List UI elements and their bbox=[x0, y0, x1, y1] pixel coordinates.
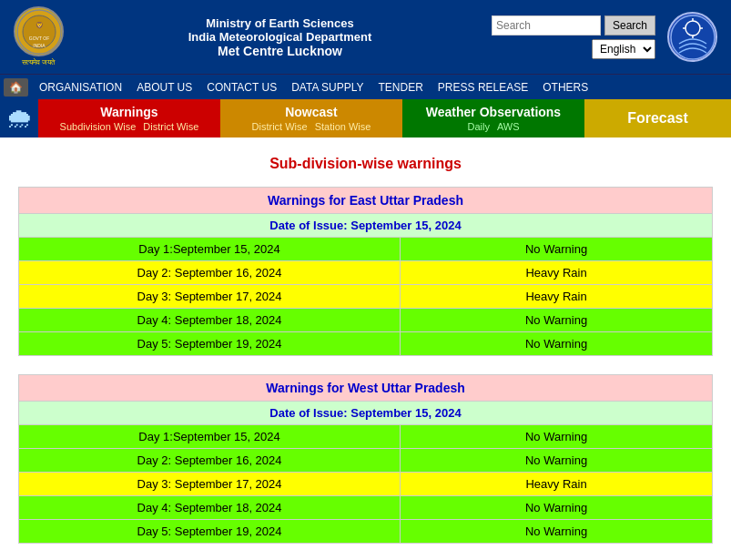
east-warning-5: No Warning bbox=[401, 332, 713, 356]
table-row: Day 4: September 18, 2024 No Warning bbox=[19, 496, 713, 520]
east-warning-1: No Warning bbox=[401, 238, 713, 261]
imd-logo-icon bbox=[667, 12, 717, 62]
east-warning-2: Heavy Rain bbox=[401, 261, 713, 285]
ministry-name: Ministry of Earth Sciences bbox=[68, 16, 492, 30]
table-row: Day 2: September 16, 2024 Heavy Rain bbox=[19, 261, 713, 285]
tab-forecast[interactable]: Forecast bbox=[584, 99, 731, 137]
satyamev-text: सत्यमेव जयते bbox=[22, 58, 56, 67]
west-day-5: Day 5: September 19, 2024 bbox=[19, 520, 401, 544]
centre-name: Met Centre Lucknow bbox=[68, 44, 492, 58]
east-up-date: Date of Issue: September 15, 2024 bbox=[19, 214, 713, 238]
main-content: Sub-division-wise warnings Warnings for … bbox=[0, 137, 731, 560]
table-row: Day 1:September 15, 2024 No Warning bbox=[19, 238, 713, 261]
west-day-2: Day 2: September 16, 2024 bbox=[19, 449, 401, 473]
tab-observations-aws[interactable]: AWS bbox=[497, 121, 520, 132]
tab-warnings-label: Warnings bbox=[100, 105, 157, 119]
nav-data-supply[interactable]: DATA SUPPLY bbox=[284, 77, 371, 97]
logo-right bbox=[663, 7, 722, 66]
nav-press-release[interactable]: PRESS RELEASE bbox=[431, 77, 535, 97]
table-row: Day 5: September 19, 2024 No Warning bbox=[19, 332, 713, 356]
east-warning-3: Heavy Rain bbox=[401, 285, 713, 309]
svg-text:🦁: 🦁 bbox=[35, 21, 43, 29]
tab-nowcast-label: Nowcast bbox=[285, 105, 338, 119]
west-warning-5: No Warning bbox=[401, 520, 713, 544]
west-warning-3: Heavy Rain bbox=[401, 473, 713, 496]
tabs-row: 🌧 Warnings Subdivision Wise District Wis… bbox=[0, 99, 731, 137]
west-warning-1: No Warning bbox=[401, 425, 713, 449]
west-up-date: Date of Issue: September 15, 2024 bbox=[19, 402, 713, 425]
search-button[interactable]: Search bbox=[604, 15, 655, 36]
search-area: Search bbox=[492, 15, 655, 36]
dept-name: India Meteorological Department bbox=[68, 30, 492, 44]
tab-observations-sub: Daily AWS bbox=[467, 121, 519, 132]
tab-warnings-district[interactable]: District Wise bbox=[143, 121, 198, 132]
tab-warnings-subdivision[interactable]: Subdivision Wise bbox=[60, 121, 137, 132]
east-warning-4: No Warning bbox=[401, 309, 713, 332]
table-row: Day 2: September 16, 2024 No Warning bbox=[19, 449, 713, 473]
east-up-header-row: Warnings for East Uttar Pradesh bbox=[19, 188, 713, 214]
logo-left: 🦁 GOVT OF INDIA सत्यमेव जयते bbox=[9, 7, 68, 66]
emblem-left-icon: 🦁 GOVT OF INDIA bbox=[14, 6, 64, 56]
table-row: Day 4: September 18, 2024 No Warning bbox=[19, 309, 713, 332]
west-warning-2: No Warning bbox=[401, 449, 713, 473]
tab-nowcast[interactable]: Nowcast District Wise Station Wise bbox=[220, 99, 402, 137]
table-row: Day 5: September 19, 2024 No Warning bbox=[19, 520, 713, 544]
east-day-4: Day 4: September 18, 2024 bbox=[19, 309, 401, 332]
header-titles: Ministry of Earth Sciences India Meteoro… bbox=[68, 16, 492, 58]
weather-icon-area: 🌧 bbox=[0, 99, 38, 137]
east-up-section: Warnings for East Uttar Pradesh Date of … bbox=[18, 187, 713, 356]
east-day-5: Day 5: September 19, 2024 bbox=[19, 332, 401, 356]
navbar: 🏠 ORGANISATION ABOUT US CONTACT US DATA … bbox=[0, 74, 731, 99]
svg-text:INDIA: INDIA bbox=[33, 43, 46, 48]
tab-observations[interactable]: Weather Observations Daily AWS bbox=[402, 99, 584, 137]
nav-tender[interactable]: TENDER bbox=[371, 77, 431, 97]
east-day-3: Day 3: September 17, 2024 bbox=[19, 285, 401, 309]
table-row: Day 3: September 17, 2024 Heavy Rain bbox=[19, 473, 713, 496]
tab-observations-label: Weather Observations bbox=[426, 105, 561, 119]
tab-nowcast-sub: District Wise Station Wise bbox=[252, 121, 371, 132]
search-input[interactable] bbox=[492, 15, 601, 36]
tab-nowcast-station[interactable]: Station Wise bbox=[315, 121, 371, 132]
west-up-title: Warnings for West Uttar Pradesh bbox=[19, 375, 713, 402]
page-title: Sub-division-wise warnings bbox=[18, 156, 713, 172]
east-up-title: Warnings for East Uttar Pradesh bbox=[19, 188, 713, 214]
home-button[interactable]: 🏠 bbox=[4, 78, 28, 97]
tab-nowcast-district[interactable]: District Wise bbox=[252, 121, 308, 132]
header: 🦁 GOVT OF INDIA सत्यमेव जयते Ministry of… bbox=[0, 0, 731, 74]
nav-organisation[interactable]: ORGANISATION bbox=[32, 77, 129, 97]
east-up-date-row: Date of Issue: September 15, 2024 bbox=[19, 214, 713, 238]
nav-contact[interactable]: CONTACT US bbox=[199, 77, 284, 97]
header-right: Search English Hindi bbox=[492, 15, 655, 59]
east-day-2: Day 2: September 16, 2024 bbox=[19, 261, 401, 285]
tab-warnings-sub: Subdivision Wise District Wise bbox=[60, 121, 199, 132]
west-up-date-row: Date of Issue: September 15, 2024 bbox=[19, 402, 713, 425]
west-day-4: Day 4: September 18, 2024 bbox=[19, 496, 401, 520]
east-day-1: Day 1:September 15, 2024 bbox=[19, 238, 401, 261]
language-area: English Hindi bbox=[592, 39, 655, 59]
tab-forecast-label: Forecast bbox=[627, 110, 688, 127]
east-up-table: Warnings for East Uttar Pradesh Date of … bbox=[18, 187, 713, 356]
table-row: Day 1:September 15, 2024 No Warning bbox=[19, 425, 713, 449]
table-row: Day 3: September 17, 2024 Heavy Rain bbox=[19, 285, 713, 309]
tab-observations-daily[interactable]: Daily bbox=[467, 121, 489, 132]
west-day-3: Day 3: September 17, 2024 bbox=[19, 473, 401, 496]
west-up-section: Warnings for West Uttar Pradesh Date of … bbox=[18, 374, 713, 544]
cloud-rain-icon: 🌧 bbox=[5, 103, 33, 134]
west-up-table: Warnings for West Uttar Pradesh Date of … bbox=[18, 374, 713, 544]
svg-text:GOVT OF: GOVT OF bbox=[28, 36, 48, 41]
nav-about[interactable]: ABOUT US bbox=[129, 77, 199, 97]
language-select[interactable]: English Hindi bbox=[592, 39, 655, 59]
nav-others[interactable]: OTHERS bbox=[535, 77, 595, 97]
west-day-1: Day 1:September 15, 2024 bbox=[19, 425, 401, 449]
west-up-header-row: Warnings for West Uttar Pradesh bbox=[19, 375, 713, 402]
tab-warnings[interactable]: Warnings Subdivision Wise District Wise bbox=[38, 99, 220, 137]
west-warning-4: No Warning bbox=[401, 496, 713, 520]
